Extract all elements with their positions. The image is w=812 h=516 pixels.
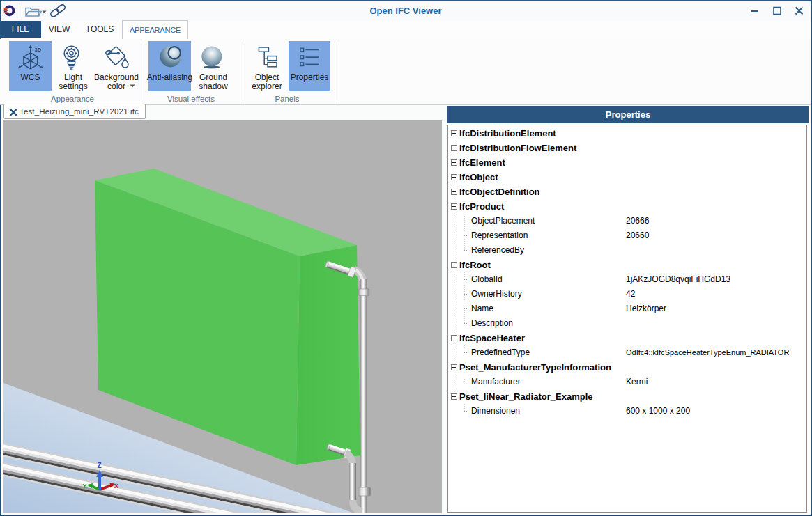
svg-text:Z: Z — [98, 462, 102, 469]
svg-text:Y: Y — [83, 483, 87, 490]
svg-text:3D: 3D — [35, 47, 42, 53]
svg-text:X: X — [114, 483, 118, 490]
